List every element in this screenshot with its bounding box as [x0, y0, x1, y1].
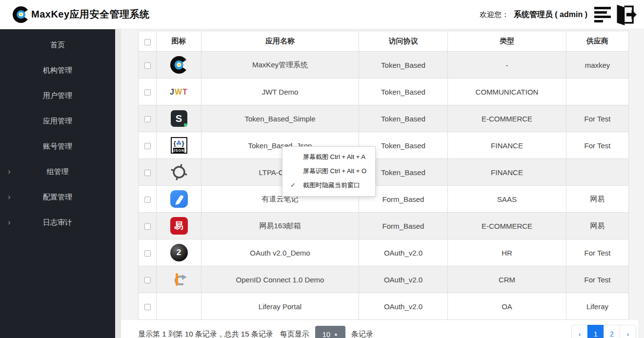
row-checkbox[interactable]	[144, 304, 151, 310]
row-checkbox[interactable]	[144, 89, 151, 96]
app-name-cell: Liferay Portal	[201, 293, 359, 320]
brand: MaxKey应用安全管理系统	[13, 6, 150, 23]
table-header-row: 图标 应用名称 访问协议 类型 供应商	[139, 31, 629, 52]
app-vendor-cell: For Test	[566, 239, 629, 266]
jwt-icon: JWT	[170, 88, 188, 97]
pagination-page-2-button[interactable]: 2	[604, 325, 620, 338]
applications-table: 图标 应用名称 访问协议 类型 供应商 MaxKey管理系统Token_Base…	[138, 31, 629, 320]
main-content: 图标 应用名称 访问协议 类型 供应商 MaxKey管理系统Token_Base…	[115, 29, 644, 338]
sidebar-nav: 首页机构管理用户管理应用管理账号管理›组管理›配置管理›日志审计	[0, 29, 115, 338]
app-type-cell: COMMUNICATION	[448, 79, 566, 105]
table-footer: 显示第 1 到第 10 条记录，总共 15 条记录 每页显示 10 ▲ 条记录 …	[121, 320, 638, 338]
app-row-5[interactable]: 有道云笔记Form_BasedSAAS网易	[139, 186, 629, 213]
app-protocol-cell: Token_Based	[359, 79, 448, 105]
column-header-type: 类型	[448, 31, 566, 52]
simple-s-icon: S	[171, 110, 187, 127]
oauth2-icon: 2	[170, 244, 188, 261]
row-checkbox[interactable]	[144, 143, 151, 149]
sidebar-item-7[interactable]: ›日志审计	[0, 210, 115, 235]
row-checkbox[interactable]	[144, 197, 151, 203]
sidebar-item-1[interactable]: 机构管理	[0, 58, 115, 83]
app-name-cell: OAuth v2.0_Demo	[201, 239, 359, 266]
app-row-0[interactable]: MaxKey管理系统Token_Based-maxkey	[139, 52, 629, 79]
page-size-dropdown[interactable]: 10 ▲	[315, 326, 345, 338]
app-name-cell: OpenID Connect 1.0 Demo	[201, 266, 359, 293]
row-checkbox[interactable]	[144, 116, 151, 122]
app-name-cell: MaxKey管理系统	[201, 52, 359, 79]
session-list-icon[interactable]	[594, 7, 612, 22]
app-vendor-cell: For Test	[566, 266, 629, 293]
sidebar-item-label: 账号管理	[43, 142, 72, 151]
sidebar-item-2[interactable]: 用户管理	[0, 83, 115, 108]
row-checkbox[interactable]	[144, 170, 151, 176]
app-row-4[interactable]: LTPA-CookieToken_BasedFINANCE	[139, 159, 629, 186]
app-protocol-cell: Token_Based	[359, 52, 448, 79]
row-checkbox[interactable]	[144, 223, 151, 230]
page-title: MaxKey应用安全管理系统	[31, 8, 150, 21]
logout-icon[interactable]	[615, 4, 637, 25]
sidebar-item-label: 机构管理	[43, 66, 72, 75]
sidebar-item-0[interactable]: 首页	[0, 32, 115, 58]
json-icon: {⁂}JSON	[171, 137, 187, 154]
pagination-page-1-button[interactable]: 1	[587, 325, 604, 338]
row-checkbox[interactable]	[144, 277, 151, 283]
column-header-name: 应用名称	[201, 31, 359, 52]
sidebar-item-label: 配置管理	[43, 193, 72, 202]
context-menu-item-0[interactable]: 屏幕截图 Ctrl + Alt + A	[282, 150, 375, 164]
pagination-prev-button[interactable]: ‹	[571, 325, 588, 338]
content-left-strip	[115, 29, 121, 338]
pagination-next-button[interactable]: ›	[620, 325, 636, 338]
select-all-checkbox[interactable]	[144, 39, 151, 45]
chevron-right-icon: ›	[8, 167, 11, 176]
app-type-cell: HR	[448, 239, 566, 266]
app-protocol-cell: OAuth_v2.0	[359, 266, 448, 293]
caret-up-icon: ▲	[334, 332, 338, 337]
app-vendor-cell	[566, 159, 629, 186]
per-page-label: 每页显示	[280, 330, 309, 338]
app-vendor-cell: 网易	[566, 186, 629, 213]
app-type-cell: E-COMMERCE	[448, 105, 566, 132]
app-name-cell: Token_Based_Simple	[201, 105, 359, 132]
pagination: ‹12›	[571, 325, 636, 338]
app-row-7[interactable]: 2OAuth v2.0_DemoOAuth_v2.0HRFor Test	[139, 239, 629, 266]
app-row-2[interactable]: SToken_Based_SimpleToken_BasedE-COMMERCE…	[139, 105, 629, 132]
chevron-right-icon: ›	[8, 193, 11, 201]
app-row-8[interactable]: OpenID Connect 1.0 DemoOAuth_v2.0CRMFor …	[139, 266, 629, 293]
sidebar-item-label: 组管理	[47, 167, 69, 177]
record-summary: 显示第 1 到第 10 条记录，总共 15 条记录	[138, 330, 273, 338]
app-vendor-cell: Liferay	[566, 293, 629, 320]
app-type-cell: FINANCE	[448, 132, 566, 159]
sidebar-item-label: 首页	[50, 40, 65, 50]
app-protocol-cell: Token_Based	[359, 105, 448, 132]
chevron-right-icon: ›	[8, 218, 11, 226]
app-type-cell: SAAS	[448, 186, 566, 213]
context-menu-item-2[interactable]: ✓截图时隐藏当前窗口	[282, 178, 375, 192]
app-row-3[interactable]: {⁂}JSONToken_Based_JsonToken_BasedFINANC…	[139, 132, 629, 159]
openid-icon	[170, 271, 188, 288]
sidebar-item-5[interactable]: ›组管理	[0, 159, 115, 184]
app-name-cell: 网易163邮箱	[201, 213, 359, 239]
sidebar-item-4[interactable]: 账号管理	[0, 134, 115, 159]
welcome-label: 欢迎您：	[480, 10, 509, 20]
column-header-protocol: 访问协议	[359, 31, 448, 52]
sidebar-item-6[interactable]: ›配置管理	[0, 184, 115, 210]
app-type-cell: -	[448, 52, 566, 79]
sidebar-item-3[interactable]: 应用管理	[0, 108, 115, 134]
netease-mail-icon: 易	[170, 217, 188, 235]
maxkey-logo-icon	[13, 6, 29, 23]
app-vendor-cell	[566, 79, 629, 105]
app-vendor-cell: maxkey	[566, 52, 629, 79]
context-menu-item-1[interactable]: 屏幕识图 Ctrl + Alt + O	[282, 164, 375, 178]
table-body: MaxKey管理系统Token_Based-maxkeyJWTJWT DemoT…	[139, 52, 629, 320]
liferay-icon	[173, 300, 185, 313]
app-row-9[interactable]: Liferay PortalOAuth_v2.0OALiferay	[139, 293, 629, 320]
row-checkbox[interactable]	[144, 250, 151, 257]
sidebar-item-label: 应用管理	[43, 117, 72, 126]
checkmark-icon: ✓	[290, 178, 296, 192]
app-row-6[interactable]: 易网易163邮箱Form_BasedE-COMMERCE网易	[139, 213, 629, 239]
app-row-1[interactable]: JWTJWT DemoToken_BasedCOMMUNICATION	[139, 79, 629, 105]
row-checkbox[interactable]	[144, 62, 151, 69]
youdao-note-icon	[170, 190, 188, 208]
column-header-icon: 图标	[157, 31, 201, 52]
app-type-cell: OA	[448, 293, 566, 320]
